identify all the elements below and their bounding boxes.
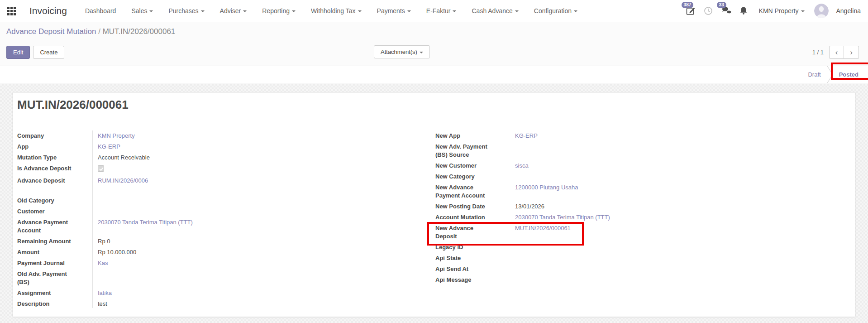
field-row-advance-payment-account: Advance Payment Account 2030070 Tanda Te…: [17, 217, 370, 236]
user-avatar[interactable]: [814, 4, 829, 18]
field-value-app[interactable]: KG-ERP: [92, 141, 370, 152]
field-value-payment-journal[interactable]: Kas: [92, 258, 370, 269]
chevron-down-icon: [801, 10, 805, 12]
chevron-down-icon: [149, 10, 153, 12]
right-field-group: New App KG-ERP New Adv. Payment (BS) Sou…: [435, 130, 680, 285]
field-label-legacy-id: Legacy ID: [435, 242, 508, 253]
field-value-api-state: [508, 253, 680, 256]
field-row-api-message: Api Message: [435, 275, 680, 285]
field-row-mutation-type: Mutation Type Account Receivable: [17, 152, 370, 163]
field-label-company: Company: [17, 130, 92, 141]
field-row-new-posting-date: New Posting Date 13/01/2026: [435, 201, 680, 212]
invoicing-app-window: Invoicing Dashboard Sales Purchases Advi…: [0, 0, 868, 323]
pager-next-button[interactable]: ›: [844, 46, 859, 59]
chat-badge: 33: [717, 2, 726, 8]
compose-badge: 387: [682, 2, 694, 8]
chevron-down-icon: [453, 10, 456, 12]
field-label-mutation-type: Mutation Type: [17, 152, 92, 163]
breadcrumb: Advance Deposit Mutation / MUT.IN/2026/0…: [6, 27, 175, 36]
menu-e-faktur[interactable]: E-Faktur: [426, 7, 457, 14]
field-label-amount: Amount: [17, 247, 92, 258]
navbar-right-cluster: 387 33 KMN Property: [686, 4, 861, 18]
menu-configuration[interactable]: Configuration: [534, 7, 577, 14]
field-row-new-advance-payment-account: New Advance Payment Account 1200000 Piut…: [435, 182, 680, 201]
field-value-company[interactable]: KMN Property: [92, 130, 370, 141]
field-value-new-category: [508, 171, 680, 174]
status-draft[interactable]: Draft: [802, 71, 826, 78]
field-label-new-posting-date: New Posting Date: [435, 201, 508, 212]
control-panel: Advance Deposit Mutation / MUT.IN/2026/0…: [0, 22, 868, 66]
field-value-new-customer[interactable]: sisca: [508, 160, 680, 171]
chevron-down-icon: [243, 10, 247, 12]
breadcrumb-current: MUT.IN/2026/000061: [103, 27, 176, 36]
chevron-down-icon: [515, 10, 519, 12]
statusbar: Draft Posted: [0, 66, 868, 83]
edit-button[interactable]: Edit: [6, 46, 30, 59]
field-value-new-advance-payment-account[interactable]: 1200000 Piutang Usaha: [508, 182, 680, 193]
field-value-advance-deposit[interactable]: RUM.IN/2026/0006: [92, 175, 370, 186]
field-value-assignment[interactable]: fatika: [92, 288, 370, 299]
field-value-account-mutation[interactable]: 2030070 Tanda Terima Titipan (TTT): [508, 212, 680, 223]
field-label-remaining-amount: Remaining Amount: [17, 236, 92, 247]
field-label-advance-deposit: Advance Deposit: [17, 175, 92, 186]
action-buttons: Edit Create: [6, 46, 64, 59]
pager-counter: 1 / 1: [812, 49, 824, 56]
field-row-advance-deposit: Advance Deposit RUM.IN/2026/0006: [17, 175, 370, 186]
menu-withholding-tax[interactable]: Withholding Tax: [311, 7, 362, 14]
field-row-api-state: Api State: [435, 253, 680, 264]
create-button[interactable]: Create: [33, 46, 64, 59]
menu-adviser[interactable]: Adviser: [220, 7, 247, 14]
chevron-down-icon: [358, 10, 362, 12]
field-value-new-adv-payment-bs-source: [508, 141, 680, 144]
field-label-is-advance-deposit: Is Advance Deposit: [17, 163, 92, 174]
chevron-down-icon: [574, 10, 577, 12]
pager-previous-button[interactable]: ‹: [829, 46, 844, 59]
app-title[interactable]: Invoicing: [29, 5, 67, 16]
field-row-old-category: Old Category: [17, 195, 370, 206]
chevron-down-icon: [292, 10, 296, 12]
menu-cash-advance[interactable]: Cash Advance: [472, 7, 518, 14]
field-row-new-advance-deposit: New Advance Deposit MUT.IN/2026/000061: [435, 223, 680, 242]
field-label-account-mutation: Account Mutation: [435, 212, 508, 223]
field-label-new-category: New Category: [435, 171, 508, 182]
field-label-customer: Customer: [17, 206, 92, 217]
menu-dashboard[interactable]: Dashboard: [85, 7, 116, 14]
menu-payments[interactable]: Payments: [377, 7, 411, 14]
activities-clock-icon[interactable]: [703, 6, 713, 16]
menu-purchases[interactable]: Purchases: [168, 7, 204, 14]
field-label-new-app: New App: [435, 130, 508, 141]
field-value-remaining-amount: Rp 0: [92, 236, 370, 247]
field-value-api-send-at: [508, 264, 680, 266]
field-value-new-app[interactable]: KG-ERP: [508, 130, 680, 141]
field-label-api-state: Api State: [435, 253, 508, 264]
field-value-new-advance-deposit[interactable]: MUT.IN/2026/000061: [508, 223, 680, 234]
status-posted[interactable]: Posted: [833, 71, 864, 78]
field-value-advance-payment-account[interactable]: 2030070 Tanda Terima Titipan (TTT): [92, 217, 370, 228]
field-label-new-customer: New Customer: [435, 160, 508, 171]
left-field-group: Company KMN Property App KG-ERP Mutation…: [17, 130, 370, 309]
field-label-advance-payment-account: Advance Payment Account: [17, 217, 92, 236]
field-value-old-adv-payment-bs: [92, 269, 370, 271]
field-row-old-adv-payment-bs: Old Adv. Payment (BS): [17, 269, 370, 288]
chevron-down-icon: [420, 52, 423, 53]
compose-messages-icon[interactable]: 387: [686, 6, 696, 16]
chat-messages-icon[interactable]: 33: [721, 6, 731, 16]
field-row-new-customer: New Customer sisca: [435, 160, 680, 171]
field-row-legacy-id: Legacy ID: [435, 242, 680, 253]
field-value-is-advance-deposit: [92, 163, 370, 175]
attachments-dropdown-button[interactable]: Attachment(s): [374, 45, 430, 58]
bell-notifications-icon[interactable]: [739, 6, 749, 16]
chevron-down-icon: [201, 10, 205, 12]
field-value-amount: Rp 10.000.000: [92, 247, 370, 258]
user-name[interactable]: Angelina: [836, 7, 861, 14]
menu-reporting[interactable]: Reporting: [262, 7, 296, 14]
record-title: MUT.IN/2026/000061: [17, 98, 129, 112]
menu-sales[interactable]: Sales: [131, 7, 153, 14]
field-row-account-mutation: Account Mutation 2030070 Tanda Terima Ti…: [435, 212, 680, 223]
field-label-new-advance-deposit: New Advance Deposit: [435, 223, 508, 242]
field-value-new-posting-date: 13/01/2026: [508, 201, 680, 212]
apps-grid-icon[interactable]: [7, 7, 16, 15]
breadcrumb-parent-link[interactable]: Advance Deposit Mutation: [6, 27, 96, 36]
company-switcher[interactable]: KMN Property: [759, 7, 805, 14]
field-row-payment-journal: Payment Journal Kas: [17, 258, 370, 269]
